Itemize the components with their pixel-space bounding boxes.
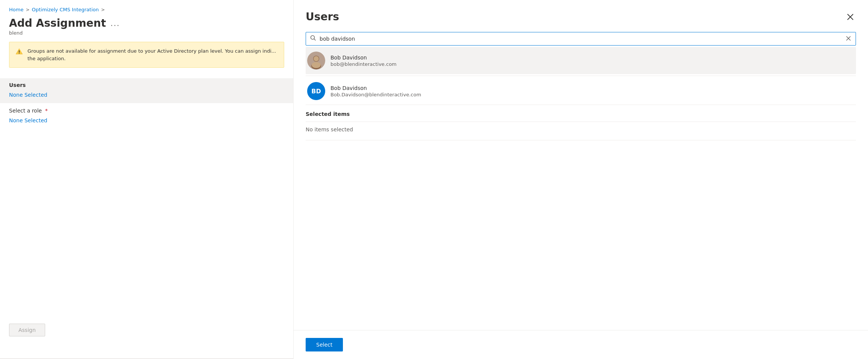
breadcrumb: Home > Optimizely CMS Integration > — [0, 0, 293, 15]
users-section-label: Users — [9, 82, 284, 90]
result-divider — [306, 76, 856, 76]
selected-divider-bottom — [306, 140, 856, 140]
panel-title: Users — [306, 11, 339, 23]
users-none-selected-link[interactable]: None Selected — [9, 90, 47, 99]
result-info-2: Bob Davidson Bob.Davidson@blendinteracti… — [330, 85, 421, 97]
selected-items-label: Selected items — [306, 111, 856, 117]
warning-text: Groups are not available for assignment … — [27, 47, 278, 62]
search-clear-button[interactable] — [845, 35, 852, 43]
users-section: Users None Selected — [0, 78, 293, 103]
page-subtitle: blend — [0, 30, 293, 42]
breadcrumb-home[interactable]: Home — [9, 7, 23, 12]
required-indicator: * — [45, 108, 48, 114]
close-icon — [847, 14, 854, 20]
assign-button-area: Assign — [9, 324, 45, 336]
warning-icon: ! — [15, 48, 23, 55]
search-input[interactable] — [306, 32, 856, 46]
more-options-button[interactable]: ... — [111, 19, 120, 28]
selected-items-section: Selected items No items selected — [306, 105, 856, 140]
role-section: Select a role * None Selected — [0, 103, 293, 125]
search-box-wrapper — [306, 32, 856, 46]
role-none-selected-link[interactable]: None Selected — [9, 116, 47, 125]
svg-point-6 — [312, 62, 321, 68]
clear-icon — [846, 36, 851, 41]
svg-text:!: ! — [18, 50, 20, 55]
left-panel: Home > Optimizely CMS Integration > Add … — [0, 0, 294, 359]
close-button[interactable] — [845, 11, 856, 23]
right-panel: Users — [294, 0, 868, 359]
no-items-text: No items selected — [306, 125, 353, 134]
assign-button[interactable]: Assign — [9, 324, 45, 336]
role-label: Select a role * — [9, 108, 284, 114]
breadcrumb-sep2: > — [101, 7, 105, 12]
result-item-1[interactable]: Bob Davidson bob@blendinteractive.com — [306, 47, 856, 74]
search-results: Bob Davidson bob@blendinteractive.com BD… — [306, 47, 856, 105]
breadcrumb-sep1: > — [26, 7, 29, 12]
panel-footer: Select — [294, 330, 868, 359]
result-email-1: bob@blendinteractive.com — [330, 61, 397, 67]
role-label-text: Select a role — [9, 108, 42, 114]
page-title-container: Add Assignment ... — [0, 15, 293, 30]
breadcrumb-middle[interactable]: Optimizely CMS Integration — [32, 7, 99, 12]
avatar-initials-2: BD — [307, 82, 325, 100]
search-icon — [310, 35, 316, 43]
result-info-1: Bob Davidson bob@blendinteractive.com — [330, 55, 397, 67]
avatar-photo-1 — [307, 52, 325, 70]
panel-header: Users — [306, 11, 856, 23]
result-name-1: Bob Davidson — [330, 55, 397, 61]
result-email-2: Bob.Davidson@blendinteractive.com — [330, 92, 421, 97]
result-name-2: Bob Davidson — [330, 85, 421, 91]
warning-banner: ! Groups are not available for assignmen… — [9, 42, 284, 68]
svg-point-5 — [314, 56, 319, 61]
result-item-2[interactable]: BD Bob Davidson Bob.Davidson@blendintera… — [306, 78, 856, 105]
select-button[interactable]: Select — [306, 338, 343, 351]
page-title: Add Assignment — [9, 17, 106, 29]
